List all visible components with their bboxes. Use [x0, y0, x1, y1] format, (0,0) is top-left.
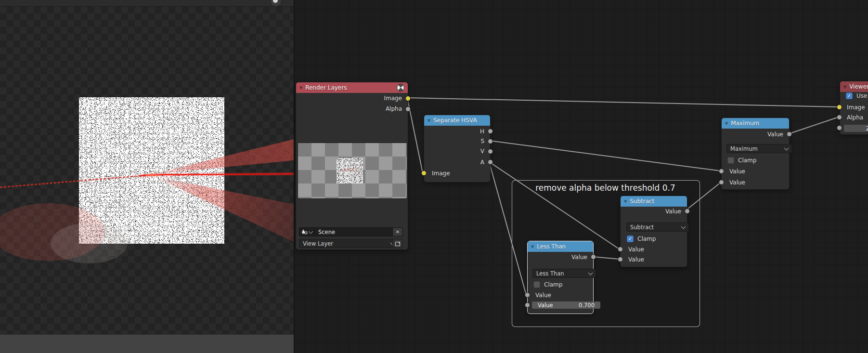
viewport-footer-bar — [0, 334, 294, 353]
render-result-icon — [397, 84, 404, 92]
frame-label: remove alpha below threshold 0.7 — [512, 183, 699, 193]
socket-image-output[interactable] — [405, 96, 411, 101]
scene-name[interactable]: Scene — [314, 229, 392, 235]
clamp-row: Clamp — [533, 281, 562, 288]
socket-a-output[interactable] — [488, 159, 493, 165]
output-label-value: Value — [571, 253, 587, 261]
input-label-image: Image — [847, 104, 865, 111]
collapse-arrow-icon[interactable]: ▼ — [725, 121, 728, 126]
operation-dropdown[interactable]: Less Than — [532, 269, 596, 278]
chevron-down-icon — [588, 270, 593, 275]
z-slider-label: Z — [866, 125, 868, 132]
chevron-down-icon — [308, 229, 313, 234]
node-title: Viewer — [849, 83, 868, 90]
viewport-gizmo-icon[interactable] — [270, 0, 282, 7]
clamp-checkbox[interactable] — [627, 235, 634, 242]
scene-icon[interactable] — [299, 228, 314, 236]
node-viewer-header[interactable]: ▼ Viewer — [840, 81, 868, 92]
collapse-arrow-icon[interactable]: ▼ — [843, 85, 846, 89]
node-separate-hsva[interactable]: ▼ Separate HSVA H S V A Image — [424, 115, 491, 183]
scene-selector[interactable]: Scene ✕ — [299, 227, 403, 236]
socket-alpha-output[interactable] — [405, 106, 411, 112]
node-title: Separate HSVA — [433, 117, 477, 124]
socket-value2-input[interactable] — [618, 257, 623, 262]
operation-dropdown[interactable]: Maximum — [726, 144, 792, 153]
image-viewport-backdrop — [0, 0, 294, 353]
input-label-value1: Value — [729, 168, 745, 175]
use-alpha-checkbox[interactable] — [846, 92, 853, 99]
input-label-value2: Value — [628, 256, 644, 263]
node-render-layers-header[interactable]: ▼ Render Layers — [296, 82, 408, 93]
socket-value1-input[interactable] — [525, 292, 530, 298]
clamp-checkbox[interactable] — [727, 157, 734, 164]
z-slider[interactable]: Z — [844, 125, 868, 132]
output-label-h: H — [480, 128, 484, 135]
output-label-v: V — [480, 147, 484, 155]
input-label-value2: Value — [729, 179, 745, 186]
output-label-value: Value — [767, 131, 783, 138]
socket-v-output[interactable] — [488, 149, 493, 154]
output-label-alpha: Alpha — [386, 105, 402, 113]
value-slider-label: Value — [538, 302, 553, 309]
node-subtract-header[interactable]: ▼ Subtract — [621, 196, 687, 207]
clamp-row: Clamp — [727, 157, 756, 164]
socket-value-output[interactable] — [685, 209, 690, 214]
render-layer-button[interactable] — [392, 239, 403, 248]
socket-value2-input[interactable] — [719, 180, 724, 185]
clamp-label: Clamp — [738, 157, 756, 164]
node-separate-hsva-header[interactable]: ▼ Separate HSVA — [424, 115, 490, 126]
socket-image-input[interactable] — [837, 105, 842, 110]
value-slider-number: 0.700 — [579, 302, 595, 309]
node-title: Maximum — [731, 120, 759, 127]
use-alpha-label: Use Alpha — [856, 92, 868, 99]
input-label-value1: Value — [628, 246, 644, 253]
render-preview — [298, 143, 407, 199]
input-label-value: Value — [535, 291, 551, 299]
render-preview-image — [337, 158, 363, 183]
view-layer-select[interactable]: View Layer — [299, 239, 398, 248]
node-less-than-header[interactable]: ▼ Less Than — [528, 241, 593, 252]
node-subtract[interactable]: ▼ Subtract Value Subtract Clamp Value Va… — [620, 196, 687, 267]
node-title: Render Layers — [305, 84, 347, 91]
clamp-checkbox[interactable] — [533, 281, 540, 288]
clamp-row: Clamp — [627, 235, 656, 242]
collapse-arrow-icon[interactable]: ▼ — [428, 118, 430, 123]
socket-value1-input[interactable] — [618, 247, 623, 252]
socket-value2-input[interactable] — [525, 302, 530, 308]
collapse-arrow-icon[interactable]: ▼ — [624, 199, 627, 204]
socket-z-input[interactable] — [837, 125, 842, 131]
chevron-down-icon — [784, 145, 789, 150]
socket-image-input[interactable] — [421, 170, 427, 176]
socket-value-output[interactable] — [787, 131, 792, 137]
chevron-down-icon — [681, 224, 686, 229]
collapse-arrow-icon[interactable]: ▼ — [299, 86, 302, 90]
close-icon[interactable]: ✕ — [392, 228, 402, 236]
viewport-header-bar — [0, 0, 294, 7]
node-viewer[interactable]: ▼ Viewer Use Alpha Image Alpha Z — [840, 81, 868, 135]
socket-s-output[interactable] — [488, 139, 493, 144]
socket-value-output[interactable] — [591, 254, 596, 260]
node-less-than[interactable]: ▼ Less Than Value Less Than Clamp Value … — [527, 241, 594, 314]
collapse-arrow-icon[interactable]: ▼ — [531, 245, 534, 249]
node-title: Less Than — [537, 243, 566, 250]
operation-dropdown[interactable]: Subtract — [626, 222, 689, 232]
output-label-a: A — [480, 158, 484, 166]
input-label-alpha: Alpha — [847, 114, 863, 121]
node-maximum[interactable]: ▼ Maximum Value Maximum Clamp Value Valu… — [721, 118, 790, 190]
output-label-s: S — [480, 137, 484, 145]
gizmo-center-dot — [273, 0, 278, 3]
socket-h-output[interactable] — [488, 129, 493, 134]
node-render-layers[interactable]: ▼ Render Layers Image Alpha — [296, 82, 408, 250]
operation-value: Maximum — [730, 145, 758, 152]
node-title: Subtract — [630, 198, 654, 205]
blender-compositor: remove alpha below threshold 0.7 ▼ Rende… — [0, 0, 868, 353]
output-label-value: Value — [665, 208, 681, 215]
star-noise — [79, 97, 224, 244]
socket-alpha-input[interactable] — [837, 115, 842, 120]
output-label-image: Image — [384, 94, 402, 102]
socket-value1-input[interactable] — [719, 169, 724, 174]
use-alpha-row: Use Alpha — [846, 92, 868, 99]
node-maximum-header[interactable]: ▼ Maximum — [722, 118, 789, 129]
rendered-image — [79, 97, 224, 244]
value-slider[interactable]: Value 0.700 — [532, 301, 600, 309]
